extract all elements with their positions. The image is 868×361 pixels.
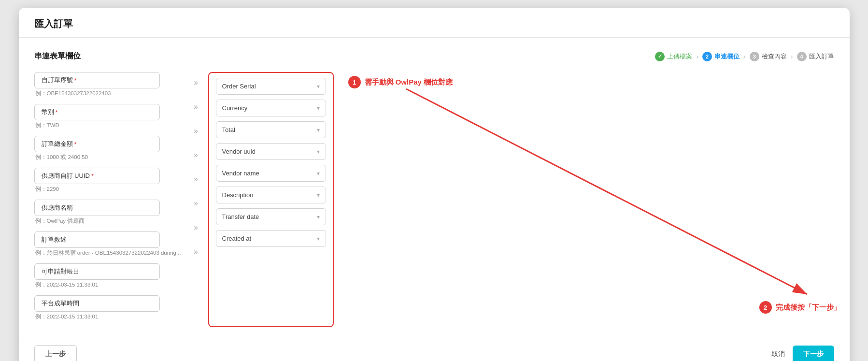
arrow-5: » — [189, 195, 203, 212]
step-2-label: 串連欄位 — [714, 52, 740, 61]
arrow-6: » — [189, 219, 203, 236]
chevron-down-icon: ▾ — [317, 170, 320, 177]
field-row-2: 訂單總金額 * 例：1000 或 2400.50 — [34, 136, 184, 161]
arrow-7: » — [189, 243, 203, 260]
step-2-circle: 2 — [702, 52, 712, 61]
annotation-1: 1 需手動與 OwlPay 欄位對應 — [348, 76, 453, 88]
dropdown-7[interactable]: Created at ▾ — [216, 230, 326, 247]
arrow-2: » — [189, 122, 203, 140]
field-tag-0: 自訂單序號 * — [34, 72, 160, 88]
steps-nav: ✓ 上傳檔案 › 2 串連欄位 › 3 檢查內容 › 4 匯入訂單 — [655, 52, 834, 61]
window-header: 匯入訂單 — [19, 8, 850, 38]
arrow-1: » — [189, 98, 203, 116]
step-4-circle: 4 — [797, 52, 807, 61]
step-4-label: 匯入訂單 — [809, 52, 834, 61]
field-tag-2: 訂單總金額 * — [34, 136, 160, 152]
chevron-down-icon: ▾ — [317, 235, 320, 242]
right-panel: Order Serial ▾ Currency ▾ Total ▾ Vendor… — [208, 72, 334, 327]
field-tag-6: 可申請對帳日 — [34, 263, 160, 280]
left-panel: 自訂單序號 * 例：OBE15430327322022403 幣別 * 例：TW… — [34, 72, 184, 327]
field-row-3: 供應商自訂 UUID * 例：2290 — [34, 168, 184, 193]
field-row-0: 自訂單序號 * 例：OBE15430327322022403 — [34, 72, 184, 97]
arrow-0: » — [189, 74, 203, 91]
field-tag-7: 平台成單時間 — [34, 295, 160, 312]
chevron-down-icon: ▾ — [317, 214, 320, 220]
chevron-down-icon: ▾ — [317, 83, 320, 90]
step-3: 3 檢查內容 — [750, 52, 787, 61]
field-row-7: 平台成單時間 例：2022-02-15 11:33:01 — [34, 295, 184, 320]
sep-3: › — [791, 53, 793, 60]
chevron-down-icon: ▾ — [317, 105, 320, 112]
step-1-label: 上傳檔案 — [667, 52, 692, 61]
next-button[interactable]: 下一步 — [793, 346, 834, 361]
arrow-column: » » » » » » » » — [184, 72, 208, 327]
dropdown-1[interactable]: Currency ▾ — [216, 100, 326, 116]
annotation-2-text: 完成後按「下一步」 — [776, 303, 841, 312]
step-3-circle: 3 — [750, 52, 759, 61]
field-tag-5: 訂單敘述 — [34, 231, 160, 248]
content-area: 串連表單欄位 ✓ 上傳檔案 › 2 串連欄位 › 3 檢查內容 › 4 — [19, 38, 850, 327]
cancel-button[interactable]: 取消 — [771, 350, 785, 359]
page-title: 匯入訂單 — [34, 18, 73, 29]
step-3-label: 檢查內容 — [762, 52, 787, 61]
annotation-overlay: 1 需手動與 OwlPay 欄位對應 2 完成後按「下一步」 — [348, 72, 841, 314]
section-title: 串連表單欄位 — [34, 51, 81, 61]
annotation-2-num: 2 — [759, 301, 772, 314]
field-row-5: 訂單敘述 例：於日林民宿 order - OBE1543032732202240… — [34, 231, 184, 257]
field-tag-3: 供應商自訂 UUID * — [34, 168, 160, 184]
arrow-3: » — [189, 146, 203, 164]
arrow-svg — [348, 72, 841, 314]
field-row-1: 幣別 * 例：TWD — [34, 104, 184, 129]
step-2: 2 串連欄位 — [702, 52, 740, 61]
field-tag-4: 供應商名稱 — [34, 200, 160, 216]
annotation-2: 2 完成後按「下一步」 — [759, 301, 841, 314]
dropdown-3[interactable]: Vendor uuid ▾ — [216, 143, 326, 160]
footer-right: 取消 下一步 — [771, 346, 834, 361]
import-order-window: 匯入訂單 串連表單欄位 ✓ 上傳檔案 › 2 串連欄位 › 3 檢查內容 — [19, 8, 850, 361]
section-header: 串連表單欄位 ✓ 上傳檔案 › 2 串連欄位 › 3 檢查內容 › 4 — [34, 51, 834, 61]
dropdown-0[interactable]: Order Serial ▾ — [216, 78, 326, 95]
step-4: 4 匯入訂單 — [797, 52, 834, 61]
main-body: 自訂單序號 * 例：OBE15430327322022403 幣別 * 例：TW… — [34, 72, 834, 327]
sep-2: › — [743, 53, 746, 60]
footer: 上一步 取消 下一步 — [19, 337, 850, 361]
dropdown-4[interactable]: Vendor name ▾ — [216, 165, 326, 182]
field-row-6: 可申請對帳日 例：2022-03-15 11:33:01 — [34, 263, 184, 289]
back-button[interactable]: 上一步 — [34, 345, 77, 361]
step-1-circle: ✓ — [655, 52, 665, 61]
field-row-4: 供應商名稱 例：OwlPay 供應商 — [34, 200, 184, 225]
annotation-1-num: 1 — [348, 76, 361, 88]
chevron-down-icon: ▾ — [317, 192, 320, 199]
dropdown-6[interactable]: Transfer date ▾ — [216, 208, 326, 225]
sep-1: › — [696, 53, 698, 60]
step-1: ✓ 上傳檔案 — [655, 52, 692, 61]
arrow-4: » — [189, 171, 203, 188]
field-tag-1: 幣別 * — [34, 104, 160, 120]
annotation-1-text: 需手動與 OwlPay 欄位對應 — [365, 78, 453, 87]
chevron-down-icon: ▾ — [317, 148, 320, 155]
svg-line-1 — [406, 89, 807, 294]
chevron-down-icon: ▾ — [317, 127, 320, 133]
dropdown-2[interactable]: Total ▾ — [216, 121, 326, 138]
dropdown-5[interactable]: Description ▾ — [216, 187, 326, 203]
